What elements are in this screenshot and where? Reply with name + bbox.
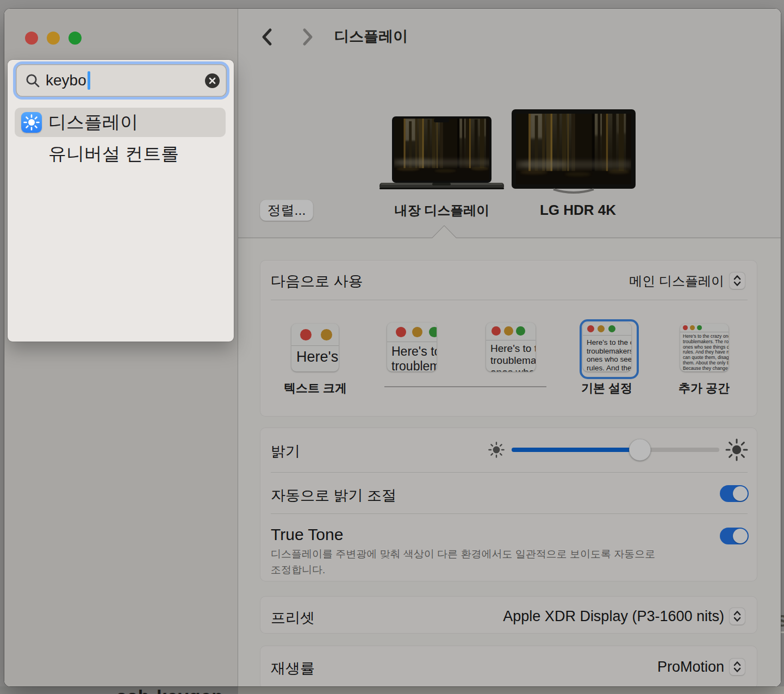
system-settings-window: 디스플레이	[4, 9, 781, 686]
search-field-focus-ring: keybo	[13, 61, 229, 100]
search-result-universal-control[interactable]: 유니버설 컨트롤	[15, 139, 226, 169]
screen: ssh-keygen s 디스플레이	[0, 0, 784, 694]
search-input[interactable]: keybo	[16, 64, 227, 97]
display-brightness-icon	[21, 112, 42, 133]
search-result-label: 유니버설 컨트롤	[48, 142, 179, 166]
text-caret	[88, 71, 90, 90]
desktop-text: ssh-keygen	[116, 686, 223, 694]
search-results-panel: keybo	[8, 60, 234, 342]
search-icon	[24, 72, 41, 89]
search-result-label: 디스플레이	[48, 110, 138, 135]
search-result-displays[interactable]: 디스플레이	[15, 108, 226, 137]
clear-search-button[interactable]	[205, 73, 220, 88]
search-query-text: keybo	[46, 72, 86, 89]
desktop-strip	[238, 686, 784, 694]
